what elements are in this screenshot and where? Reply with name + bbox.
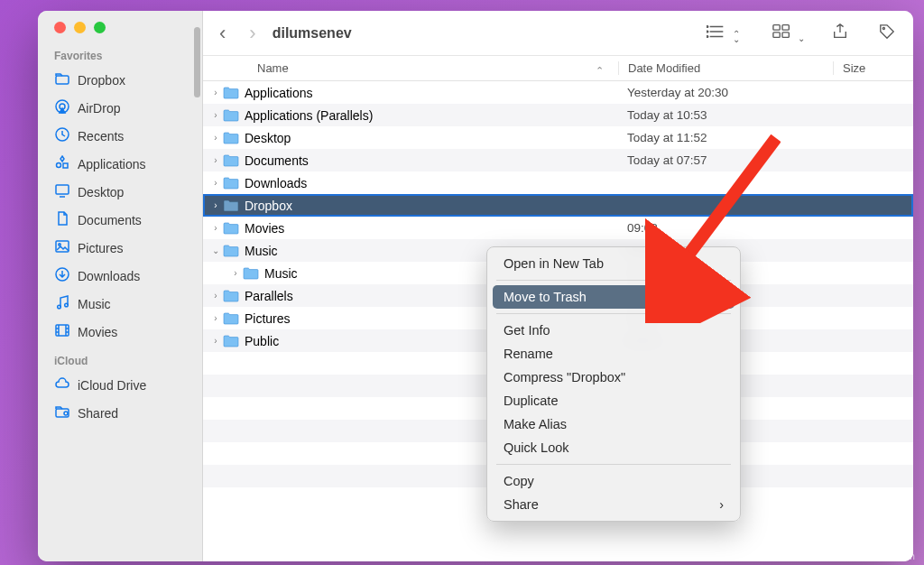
context-menu-label: Copy: [504, 474, 534, 488]
file-row[interactable]: ›DocumentsToday at 07:57: [203, 149, 913, 171]
folder-icon: [223, 87, 239, 99]
context-menu-item-get-info[interactable]: Get Info: [487, 319, 740, 342]
disclosure-triangle-icon[interactable]: ›: [210, 178, 221, 188]
scrollbar-thumb[interactable]: [194, 27, 200, 97]
file-row[interactable]: ›DesktopToday at 11:52: [203, 126, 913, 149]
folder-icon: [223, 154, 239, 167]
context-menu-item-quick-look[interactable]: Quick Look: [487, 436, 740, 459]
svg-point-17: [707, 35, 708, 37]
file-row[interactable]: ›Dropbox: [203, 194, 913, 217]
column-name[interactable]: Name ⌃: [203, 61, 618, 75]
svg-rect-19: [782, 24, 789, 30]
view-list-button[interactable]: ⌃⌄: [707, 23, 744, 43]
sort-indicator-icon: ⌃: [596, 65, 604, 77]
file-name: Applications: [245, 86, 313, 100]
sidebar-item-icloud-drive[interactable]: iCloud Drive: [38, 371, 202, 399]
svg-point-8: [59, 244, 60, 245]
svg-rect-5: [63, 163, 68, 168]
context-menu-item-share[interactable]: Share›: [487, 493, 740, 516]
file-name: Parallels: [245, 289, 293, 303]
sidebar-item-downloads[interactable]: Downloads: [38, 262, 202, 290]
disclosure-triangle-icon[interactable]: ›: [210, 155, 221, 165]
disclosure-triangle-icon[interactable]: ›: [210, 223, 221, 233]
sidebar-section-title: iCloud: [38, 346, 202, 371]
context-menu-label: Duplicate: [504, 394, 558, 408]
context-menu-item-open-in-new-tab[interactable]: Open in New Tab: [487, 252, 740, 275]
file-row[interactable]: ›Downloads: [203, 171, 913, 194]
sidebar-item-airdrop[interactable]: AirDrop: [38, 94, 202, 122]
disclosure-triangle-icon[interactable]: ›: [210, 88, 221, 97]
context-menu-item-duplicate[interactable]: Duplicate: [487, 389, 740, 412]
file-date: Yesterday at 20:30: [618, 86, 833, 99]
file-name: Desktop: [245, 131, 291, 145]
close-icon[interactable]: [54, 22, 66, 33]
sidebar-item-applications[interactable]: Applications: [38, 150, 202, 178]
tags-button[interactable]: [877, 23, 897, 43]
sidebar-item-recents[interactable]: Recents: [38, 122, 202, 150]
folder-icon: [223, 177, 239, 190]
svg-rect-21: [782, 32, 789, 37]
context-menu-item-make-alias[interactable]: Make Alias: [487, 412, 740, 436]
folder-icon: [243, 267, 259, 280]
svg-point-10: [58, 305, 61, 309]
file-row[interactable]: ›Movies09:08: [203, 217, 913, 239]
file-row[interactable]: ›ApplicationsYesterday at 20:30: [203, 81, 913, 104]
disclosure-triangle-icon[interactable]: ›: [210, 313, 221, 323]
sidebar-item-label: Dropbox: [78, 73, 125, 88]
file-name: Music: [264, 266, 298, 281]
sidebar-item-desktop[interactable]: Desktop: [38, 178, 202, 206]
submenu-arrow-icon: ›: [719, 497, 724, 512]
sidebar-item-label: Documents: [78, 213, 142, 227]
sidebar-item-pictures[interactable]: Pictures: [38, 234, 202, 262]
sidebar-section-title: Favorites: [38, 41, 202, 66]
disclosure-triangle-icon[interactable]: ›: [210, 133, 221, 143]
sidebar-item-music[interactable]: Music: [38, 290, 202, 318]
file-date: Today at 11:52: [618, 131, 833, 144]
forward-button[interactable]: ›: [249, 22, 255, 45]
folder-icon: [223, 132, 239, 144]
file-name: Documents: [245, 153, 309, 168]
svg-point-15: [707, 25, 708, 27]
context-menu-label: Open in New Tab: [504, 256, 604, 271]
disclosure-triangle-icon[interactable]: ›: [210, 110, 221, 120]
zoom-icon[interactable]: [94, 22, 106, 33]
back-button[interactable]: ‹: [219, 22, 226, 45]
svg-point-14: [64, 412, 68, 415]
column-date[interactable]: Date Modified: [618, 61, 833, 75]
folder-icon: [54, 70, 70, 89]
disclosure-triangle-icon[interactable]: ›: [230, 268, 241, 278]
disclosure-triangle-icon[interactable]: ›: [210, 336, 221, 346]
disclosure-triangle-icon[interactable]: ›: [210, 291, 221, 301]
context-menu-label: Get Info: [504, 323, 550, 338]
file-name: Movies: [245, 221, 284, 236]
sidebar: FavoritesDropboxAirDropRecentsApplicatio…: [38, 11, 203, 561]
sidebar-item-movies[interactable]: Movies: [38, 318, 202, 346]
folder-icon: [223, 312, 239, 325]
file-name: Dropbox: [245, 199, 292, 213]
svg-point-16: [707, 31, 708, 32]
svg-point-22: [882, 27, 884, 29]
disclosure-triangle-icon[interactable]: ⌄: [210, 245, 221, 255]
context-menu-item-copy[interactable]: Copy: [487, 469, 740, 493]
file-row[interactable]: ›Applications (Parallels)Today at 10:53: [203, 104, 913, 126]
context-menu-item-rename[interactable]: Rename: [487, 342, 740, 366]
svg-rect-7: [56, 241, 69, 252]
sidebar-item-label: Movies: [78, 325, 117, 339]
sidebar-item-shared[interactable]: Shared: [38, 399, 202, 427]
minimize-icon[interactable]: [74, 22, 86, 33]
context-menu-item-compress-dropbox-[interactable]: Compress "Dropbox": [487, 366, 740, 389]
window-controls: [38, 22, 202, 41]
share-button[interactable]: [830, 23, 850, 43]
disclosure-triangle-icon[interactable]: ›: [210, 200, 221, 210]
sidebar-item-dropbox[interactable]: Dropbox: [38, 66, 202, 94]
shared-icon: [54, 403, 70, 422]
svg-rect-6: [56, 185, 69, 194]
sidebar-item-label: AirDrop: [78, 101, 120, 116]
folder-icon: [223, 245, 239, 257]
sidebar-item-label: Applications: [78, 157, 146, 171]
sidebar-item-label: Shared: [78, 406, 118, 421]
sidebar-item-documents[interactable]: Documents: [38, 206, 202, 234]
group-button[interactable]: ⌄: [772, 23, 803, 43]
context-menu-item-move-to-trash[interactable]: Move to Trash: [493, 285, 735, 309]
column-size[interactable]: Size: [833, 61, 913, 75]
